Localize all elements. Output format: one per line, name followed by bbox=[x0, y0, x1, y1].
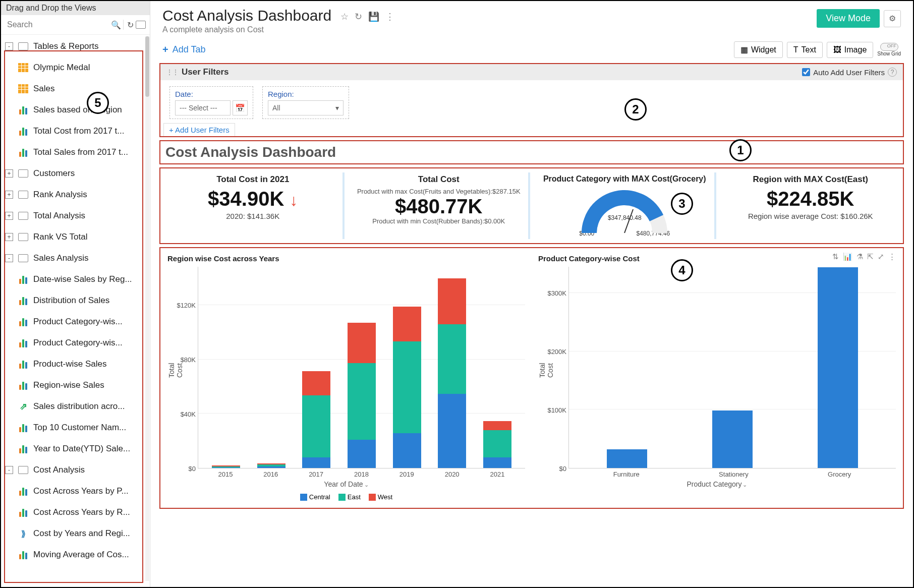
reload-icon[interactable]: ↻ bbox=[355, 11, 362, 22]
add-user-filters-button[interactable]: + Add User Filters bbox=[163, 123, 235, 136]
date-filter-select[interactable]: --- Select --- bbox=[175, 100, 231, 115]
kpi-total-cost-2021: Total Cost in 2021 $34.90K ↓ 2020: $141.… bbox=[163, 172, 345, 239]
show-grid-toggle[interactable]: Show Grid bbox=[877, 43, 901, 56]
view-mode-button[interactable]: View Mode bbox=[817, 9, 880, 28]
expand-icon[interactable]: + bbox=[5, 169, 13, 178]
legend-swatch bbox=[369, 494, 376, 501]
image-icon: 🖼 bbox=[833, 45, 841, 54]
tree-item[interactable]: Moving Average of Cos... bbox=[1, 544, 150, 565]
bar bbox=[483, 421, 511, 468]
settings-button[interactable]: ⚙ bbox=[884, 10, 901, 27]
tree-folder[interactable]: +Rank Analysis bbox=[1, 184, 150, 205]
tree-label: Sales Analysis bbox=[33, 253, 89, 263]
legend-label: Central bbox=[309, 493, 330, 501]
legend-swatch bbox=[300, 494, 307, 501]
tree-label: Olympic Medal bbox=[33, 63, 90, 73]
search-icon[interactable]: 🔍 bbox=[111, 19, 121, 30]
folder-icon[interactable] bbox=[136, 19, 146, 30]
bar bbox=[818, 267, 858, 468]
chart-icon bbox=[17, 380, 29, 391]
tree-item[interactable]: Date-wise Sales by Reg... bbox=[1, 269, 150, 290]
tree-item[interactable]: Region-wise Sales bbox=[1, 375, 150, 396]
tree-folder[interactable]: -Sales Analysis bbox=[1, 248, 150, 269]
tree-item[interactable]: Olympic Medal bbox=[1, 57, 150, 78]
add-tab-button[interactable]: + Add Tab bbox=[162, 44, 205, 55]
expand-icon[interactable]: + bbox=[5, 191, 13, 199]
folder-icon bbox=[17, 168, 29, 179]
expand-icon[interactable]: ⤢ bbox=[878, 252, 884, 261]
expand-icon[interactable]: - bbox=[5, 466, 13, 474]
tree-item[interactable]: Product Category-wis... bbox=[1, 311, 150, 332]
more-icon[interactable]: ⋮ bbox=[385, 11, 394, 22]
calendar-icon[interactable]: 📅 bbox=[233, 100, 248, 115]
sort-icon[interactable]: ⇅ bbox=[832, 252, 839, 261]
tree-item[interactable]: Cost Across Years by R... bbox=[1, 502, 150, 523]
export-icon[interactable]: ⇱ bbox=[867, 252, 874, 261]
tree-label: Cost Across Years by R... bbox=[33, 507, 130, 517]
xtick: 2018 bbox=[354, 471, 369, 478]
tree-item[interactable]: ⇗Sales distribution acro... bbox=[1, 396, 150, 417]
tree-label: Moving Average of Cos... bbox=[33, 550, 129, 560]
text-button[interactable]: TText bbox=[787, 42, 823, 58]
date-filter-label: Date: bbox=[175, 90, 248, 98]
tree-item[interactable]: ⟫Cost by Years and Regi... bbox=[1, 523, 150, 544]
tree-item[interactable]: Year to Date(YTD) Sale... bbox=[1, 438, 150, 459]
tree-item[interactable]: Sales bbox=[1, 78, 150, 99]
widget-button[interactable]: ▦Widget bbox=[734, 41, 783, 58]
save-icon[interactable]: 💾 bbox=[368, 11, 379, 22]
expand-icon[interactable]: + bbox=[5, 212, 13, 220]
tree-label: Product Category-wis... bbox=[33, 317, 123, 327]
auto-add-filters-checkbox[interactable] bbox=[802, 68, 810, 76]
ytick: $80K bbox=[181, 356, 196, 364]
region-filter-select[interactable]: All▾ bbox=[268, 100, 344, 115]
tree-label: Date-wise Sales by Reg... bbox=[33, 274, 132, 284]
tree-item[interactable]: Product Category-wis... bbox=[1, 332, 150, 354]
kpi-total-cost: Total Cost Product with max Cost(Fruits … bbox=[350, 172, 531, 239]
legend-item[interactable]: Central bbox=[300, 493, 330, 501]
refresh-icon[interactable]: ↻ bbox=[127, 19, 135, 30]
text-icon: T bbox=[793, 45, 798, 54]
expand-icon[interactable]: + bbox=[5, 233, 13, 241]
image-button[interactable]: 🖼Image bbox=[827, 42, 873, 58]
chart-more-icon[interactable]: ⋮ bbox=[888, 252, 896, 261]
tree-item[interactable]: Sales based on Region bbox=[1, 99, 150, 121]
kpi-value: $224.85K bbox=[724, 188, 897, 210]
kpi-title: Total Cost bbox=[353, 174, 526, 185]
sidebar-scrollbar[interactable] bbox=[145, 36, 149, 581]
analyze-icon[interactable]: ⚗ bbox=[856, 252, 863, 261]
toggle-switch[interactable] bbox=[880, 43, 898, 51]
expand-icon[interactable]: - bbox=[5, 254, 13, 262]
charts-row: Region wise Cost across Years Total Cost… bbox=[159, 247, 904, 509]
tree-item[interactable]: Total Sales from 2017 t... bbox=[1, 142, 150, 163]
kpi-value: $34.90K bbox=[208, 188, 284, 210]
tree-item[interactable]: Top 10 Customer Nam... bbox=[1, 417, 150, 438]
tree-folder[interactable]: -Cost Analysis bbox=[1, 459, 150, 481]
bar bbox=[348, 323, 376, 468]
help-icon[interactable]: ? bbox=[888, 68, 897, 77]
chart-icon bbox=[17, 549, 29, 560]
tree-label: Sales bbox=[33, 84, 55, 94]
kpi-title: Total Cost in 2021 bbox=[166, 174, 339, 185]
tree-item[interactable]: Distribution of Sales bbox=[1, 290, 150, 311]
product-category-cost-chart: ⇅ 📊 ⚗ ⇱ ⤢ ⋮ Product Category-wise Cost T… bbox=[534, 250, 900, 505]
legend-item[interactable]: West bbox=[369, 493, 392, 501]
tree-folder[interactable]: -Tables & Reports bbox=[1, 36, 150, 57]
down-arrow-icon: ↓ bbox=[290, 191, 298, 209]
search-input[interactable] bbox=[5, 18, 110, 31]
tree-item[interactable]: Product-wise Sales bbox=[1, 354, 150, 375]
tree-label: Product Category-wis... bbox=[33, 338, 123, 348]
tree-folder[interactable]: +Customers bbox=[1, 163, 150, 184]
tree-folder[interactable]: +Rank VS Total bbox=[1, 226, 150, 248]
legend-label: West bbox=[378, 493, 392, 501]
tree-item[interactable]: Cost Across Years by P... bbox=[1, 481, 150, 502]
chart-type-icon[interactable]: 📊 bbox=[843, 252, 852, 261]
legend-label: East bbox=[348, 493, 361, 501]
chart-icon bbox=[17, 295, 29, 306]
tree-item[interactable]: Total Cost from 2017 t... bbox=[1, 121, 150, 142]
tree-folder[interactable]: +Total Analysis bbox=[1, 205, 150, 226]
star-icon[interactable]: ☆ bbox=[340, 11, 349, 22]
legend-item[interactable]: East bbox=[338, 493, 361, 501]
widget-label: Widget bbox=[751, 45, 776, 54]
expand-icon[interactable]: - bbox=[5, 42, 13, 50]
bar bbox=[302, 371, 330, 468]
